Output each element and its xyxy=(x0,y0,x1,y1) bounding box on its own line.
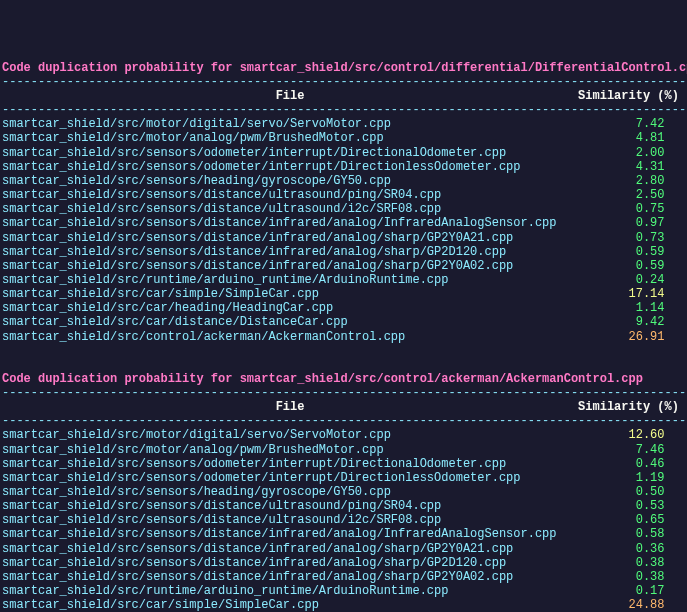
table-row: smartcar_shield/src/sensors/distance/ult… xyxy=(2,513,687,527)
title-prefix: Code duplication probability for xyxy=(2,372,240,386)
terminal-output: Code duplication probability for smartca… xyxy=(0,57,687,612)
table-row: smartcar_shield/src/car/simple/SimpleCar… xyxy=(2,598,687,612)
similarity-value: 0.38 xyxy=(578,570,664,584)
divider-line: ----------------------------------------… xyxy=(2,386,687,400)
table-row: smartcar_shield/src/runtime/arduino_runt… xyxy=(2,584,687,598)
divider-line: ----------------------------------------… xyxy=(2,75,687,89)
similarity-value: 0.50 xyxy=(578,485,664,499)
file-path: smartcar_shield/src/sensors/distance/inf… xyxy=(2,570,578,584)
file-path: smartcar_shield/src/sensors/odometer/int… xyxy=(2,160,578,174)
table-row: smartcar_shield/src/sensors/distance/inf… xyxy=(2,527,687,541)
similarity-value: 7.46 xyxy=(578,443,664,457)
table-row: smartcar_shield/src/sensors/odometer/int… xyxy=(2,160,687,174)
table-row: smartcar_shield/src/sensors/distance/ult… xyxy=(2,499,687,513)
title-path: smartcar_shield/src/control/differential… xyxy=(240,61,687,75)
table-row: smartcar_shield/src/sensors/odometer/int… xyxy=(2,457,687,471)
similarity-value: 9.42 xyxy=(578,315,664,329)
table-row: smartcar_shield/src/sensors/distance/ult… xyxy=(2,188,687,202)
file-path: smartcar_shield/src/motor/analog/pwm/Bru… xyxy=(2,131,578,145)
similarity-value: 0.24 xyxy=(578,273,664,287)
table-row: smartcar_shield/src/car/distance/Distanc… xyxy=(2,315,687,329)
section-spacer xyxy=(2,344,687,372)
title-path: smartcar_shield/src/control/ackerman/Ack… xyxy=(240,372,643,386)
file-path: smartcar_shield/src/sensors/distance/ult… xyxy=(2,202,578,216)
file-path: smartcar_shield/src/sensors/distance/ult… xyxy=(2,499,578,513)
file-path: smartcar_shield/src/sensors/distance/inf… xyxy=(2,259,578,273)
file-path: smartcar_shield/src/runtime/arduino_runt… xyxy=(2,273,578,287)
similarity-value: 4.81 xyxy=(578,131,664,145)
table-row: smartcar_shield/src/motor/digital/servo/… xyxy=(2,428,687,442)
header-similarity: Similarity (%) xyxy=(578,400,679,414)
file-path: smartcar_shield/src/motor/digital/servo/… xyxy=(2,428,578,442)
table-row: smartcar_shield/src/sensors/distance/inf… xyxy=(2,556,687,570)
similarity-value: 26.91 xyxy=(578,330,664,344)
table-row: smartcar_shield/src/control/ackerman/Ack… xyxy=(2,330,687,344)
file-path: smartcar_shield/src/car/distance/Distanc… xyxy=(2,315,578,329)
similarity-value: 0.59 xyxy=(578,245,664,259)
similarity-value: 0.73 xyxy=(578,231,664,245)
file-path: smartcar_shield/src/car/simple/SimpleCar… xyxy=(2,598,578,612)
file-path: smartcar_shield/src/sensors/heading/gyro… xyxy=(2,485,578,499)
similarity-value: 4.31 xyxy=(578,160,664,174)
table-row: smartcar_shield/src/sensors/heading/gyro… xyxy=(2,174,687,188)
table-header: File Similarity (%) xyxy=(2,400,687,414)
similarity-value: 7.42 xyxy=(578,117,664,131)
similarity-value: 12.60 xyxy=(578,428,664,442)
file-path: smartcar_shield/src/sensors/distance/inf… xyxy=(2,231,578,245)
table-row: smartcar_shield/src/sensors/odometer/int… xyxy=(2,471,687,485)
title-prefix: Code duplication probability for xyxy=(2,61,240,75)
similarity-value: 2.00 xyxy=(578,146,664,160)
table-row: smartcar_shield/src/car/simple/SimpleCar… xyxy=(2,287,687,301)
table-header: File Similarity (%) xyxy=(2,89,687,103)
similarity-value: 1.19 xyxy=(578,471,664,485)
file-path: smartcar_shield/src/sensors/heading/gyro… xyxy=(2,174,578,188)
file-path: smartcar_shield/src/car/heading/HeadingC… xyxy=(2,301,578,315)
section-title: Code duplication probability for smartca… xyxy=(2,372,687,386)
similarity-value: 24.88 xyxy=(578,598,664,612)
file-path: smartcar_shield/src/sensors/distance/ult… xyxy=(2,188,578,202)
file-path: smartcar_shield/src/sensors/odometer/int… xyxy=(2,471,578,485)
file-path: smartcar_shield/src/sensors/odometer/int… xyxy=(2,457,578,471)
table-row: smartcar_shield/src/sensors/distance/inf… xyxy=(2,216,687,230)
table-row: smartcar_shield/src/sensors/distance/inf… xyxy=(2,570,687,584)
file-path: smartcar_shield/src/motor/analog/pwm/Bru… xyxy=(2,443,578,457)
file-path: smartcar_shield/src/motor/digital/servo/… xyxy=(2,117,578,131)
file-path: smartcar_shield/src/sensors/distance/inf… xyxy=(2,556,578,570)
header-similarity: Similarity (%) xyxy=(578,89,679,103)
file-path: smartcar_shield/src/sensors/distance/inf… xyxy=(2,542,578,556)
similarity-value: 2.80 xyxy=(578,174,664,188)
file-path: smartcar_shield/src/car/simple/SimpleCar… xyxy=(2,287,578,301)
table-row: smartcar_shield/src/motor/analog/pwm/Bru… xyxy=(2,443,687,457)
similarity-value: 0.59 xyxy=(578,259,664,273)
similarity-value: 1.14 xyxy=(578,301,664,315)
table-row: smartcar_shield/src/sensors/distance/inf… xyxy=(2,231,687,245)
section-title: Code duplication probability for smartca… xyxy=(2,61,687,75)
file-path: smartcar_shield/src/control/ackerman/Ack… xyxy=(2,330,578,344)
header-file: File xyxy=(2,400,578,414)
table-row: smartcar_shield/src/sensors/distance/ult… xyxy=(2,202,687,216)
table-row: smartcar_shield/src/sensors/heading/gyro… xyxy=(2,485,687,499)
file-path: smartcar_shield/src/sensors/distance/ult… xyxy=(2,513,578,527)
file-path: smartcar_shield/src/sensors/distance/inf… xyxy=(2,245,578,259)
similarity-value: 2.50 xyxy=(578,188,664,202)
table-row: smartcar_shield/src/sensors/distance/inf… xyxy=(2,245,687,259)
table-row: smartcar_shield/src/runtime/arduino_runt… xyxy=(2,273,687,287)
table-row: smartcar_shield/src/car/heading/HeadingC… xyxy=(2,301,687,315)
similarity-value: 0.53 xyxy=(578,499,664,513)
table-row: smartcar_shield/src/sensors/distance/inf… xyxy=(2,542,687,556)
similarity-value: 0.17 xyxy=(578,584,664,598)
divider-line: ----------------------------------------… xyxy=(2,103,687,117)
similarity-value: 0.36 xyxy=(578,542,664,556)
table-row: smartcar_shield/src/motor/digital/servo/… xyxy=(2,117,687,131)
table-row: smartcar_shield/src/sensors/distance/inf… xyxy=(2,259,687,273)
similarity-value: 17.14 xyxy=(578,287,664,301)
similarity-value: 0.58 xyxy=(578,527,664,541)
header-file: File xyxy=(2,89,578,103)
similarity-value: 0.38 xyxy=(578,556,664,570)
table-row: smartcar_shield/src/sensors/odometer/int… xyxy=(2,146,687,160)
divider-line: ----------------------------------------… xyxy=(2,414,687,428)
similarity-value: 0.46 xyxy=(578,457,664,471)
file-path: smartcar_shield/src/sensors/distance/inf… xyxy=(2,216,578,230)
similarity-value: 0.97 xyxy=(578,216,664,230)
similarity-value: 0.75 xyxy=(578,202,664,216)
